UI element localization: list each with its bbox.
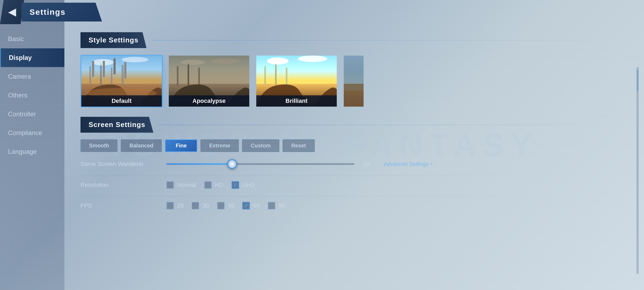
screen-section-title: Screen Settings	[89, 121, 145, 129]
resolution-hd-item[interactable]: HD	[204, 181, 224, 189]
screen-section-line	[159, 125, 628, 125]
svg-rect-11	[188, 64, 189, 85]
svg-rect-2	[89, 66, 91, 85]
svg-rect-3	[100, 64, 102, 85]
fps-45-item[interactable]: 45	[217, 202, 234, 209]
same-screen-wanderer-slider[interactable]	[166, 160, 354, 168]
fps-30-label: 30	[202, 202, 209, 209]
screen-settings-header: Screen Settings	[80, 117, 628, 133]
back-arrow-icon: ◀	[8, 6, 16, 18]
style-apocalypse-label: Apocalypse	[169, 95, 249, 107]
style-default-label: Default	[81, 95, 162, 107]
check-icon-fps60: ✓	[244, 203, 248, 209]
fps-30-item[interactable]: 30	[192, 202, 209, 209]
fps-25-label: 25	[177, 202, 184, 209]
sidebar-item-controller[interactable]: Controller	[0, 105, 64, 124]
svg-point-13	[181, 60, 205, 65]
quality-btn-balanced[interactable]: Balanced	[121, 139, 162, 152]
svg-point-21	[298, 56, 327, 62]
style-option-apocalypse[interactable]: Apocalypse	[168, 55, 250, 107]
same-screen-wanderer-value: 10	[360, 161, 373, 168]
style-section-title: Style Settings	[89, 36, 138, 44]
fps-60-checkbox[interactable]: ✓	[242, 202, 250, 209]
style-option-extra[interactable]	[343, 55, 364, 107]
resolution-options: Normal HD ✓ UHD	[166, 181, 255, 189]
check-icon-uhd: ✓	[233, 182, 237, 188]
svg-rect-12	[198, 68, 200, 85]
fps-45-checkbox[interactable]	[217, 202, 225, 209]
quality-btn-fine[interactable]: Fine	[165, 139, 197, 152]
style-section-title-box: Style Settings	[80, 32, 147, 48]
scroll-thumb[interactable]	[636, 70, 639, 91]
svg-point-6	[92, 59, 114, 66]
same-screen-wanderer-label: Same Screen Wanderer	[80, 161, 161, 168]
style-option-default[interactable]: Default	[80, 55, 163, 107]
main-content: Style Settings	[64, 24, 644, 290]
svg-rect-17	[264, 66, 266, 85]
slider-fill	[166, 163, 232, 165]
sidebar-item-basic[interactable]: Basic	[0, 30, 64, 48]
fps-60-label: 60	[253, 202, 259, 209]
svg-rect-4	[111, 68, 112, 85]
svg-point-7	[122, 57, 148, 62]
resolution-uhd-item[interactable]: ✓ UHD	[232, 181, 255, 189]
fps-90-item[interactable]: 90	[268, 202, 285, 209]
advanced-settings-link[interactable]: Advanced Settings +	[384, 161, 433, 167]
fps-30-checkbox[interactable]	[192, 202, 199, 209]
style-preview-extra	[344, 56, 364, 107]
resolution-uhd-label: UHD	[242, 182, 255, 189]
svg-point-20	[267, 57, 288, 64]
fps-45-label: 45	[228, 202, 234, 209]
fps-90-label: 90	[279, 202, 285, 209]
sidebar-item-others[interactable]: Others	[0, 86, 64, 105]
fps-25-item[interactable]: 25	[166, 202, 184, 209]
back-button[interactable]: ◀	[0, 0, 24, 24]
svg-rect-19	[286, 68, 287, 85]
resolution-normal-label: Normal	[177, 182, 196, 189]
quality-btn-custom[interactable]: Custom	[242, 139, 279, 152]
quality-btn-extreme[interactable]: Extreme	[200, 139, 239, 152]
page-title: Settings	[30, 8, 65, 17]
screen-section-title-box: Screen Settings	[80, 117, 153, 133]
style-settings-header: Style Settings	[80, 32, 628, 48]
svg-rect-23	[344, 84, 364, 107]
quality-btn-reset[interactable]: Reset	[283, 139, 315, 152]
sidebar-item-camera[interactable]: Camera	[0, 67, 64, 86]
fps-25-checkbox[interactable]	[166, 202, 174, 209]
style-option-brilliant[interactable]: Brilliant	[255, 55, 338, 107]
slider-thumb[interactable]	[227, 159, 237, 169]
header-bar: ◀ Settings	[0, 0, 644, 24]
scroll-indicator[interactable]	[636, 67, 639, 274]
sidebar-item-display[interactable]: Display	[0, 48, 64, 67]
same-screen-wanderer-row: Same Screen Wanderer 10 Advanced Setting…	[80, 160, 628, 168]
nav-items: Basic Display Camera Others Controller C…	[0, 30, 64, 161]
fps-row: FPS 25 30 45 ✓ 60	[80, 202, 628, 209]
resolution-row: Resolution Normal HD ✓ UHD	[80, 181, 628, 189]
resolution-normal-checkbox[interactable]	[166, 181, 174, 189]
fps-label: FPS	[80, 202, 161, 209]
style-section-line	[152, 40, 628, 41]
preview-svg-extra	[344, 56, 364, 107]
settings-title-bar: Settings	[21, 3, 102, 21]
svg-point-14	[210, 58, 240, 64]
sidebar: Basic Display Camera Others Controller C…	[0, 0, 64, 290]
style-brilliant-label: Brilliant	[256, 95, 337, 107]
resolution-label: Resolution	[80, 182, 161, 189]
resolution-hd-label: HD	[215, 182, 224, 189]
divider-resolution	[80, 176, 628, 176]
svg-rect-5	[122, 65, 124, 85]
sidebar-item-compliance[interactable]: Compliance	[0, 124, 64, 142]
svg-rect-18	[275, 64, 277, 85]
resolution-uhd-checkbox[interactable]: ✓	[232, 181, 239, 189]
quality-btn-smooth[interactable]: Smooth	[80, 139, 118, 152]
fps-60-item[interactable]: ✓ 60	[242, 202, 259, 209]
sidebar-item-language[interactable]: Language	[0, 142, 64, 161]
resolution-hd-checkbox[interactable]	[204, 181, 212, 189]
slider-track	[166, 163, 354, 165]
divider-fps	[80, 196, 628, 197]
style-thumbnails: Default	[80, 55, 628, 107]
svg-rect-10	[177, 66, 178, 85]
resolution-normal-item[interactable]: Normal	[166, 181, 196, 189]
fps-options: 25 30 45 ✓ 60 90	[166, 202, 285, 209]
fps-90-checkbox[interactable]	[268, 202, 275, 209]
